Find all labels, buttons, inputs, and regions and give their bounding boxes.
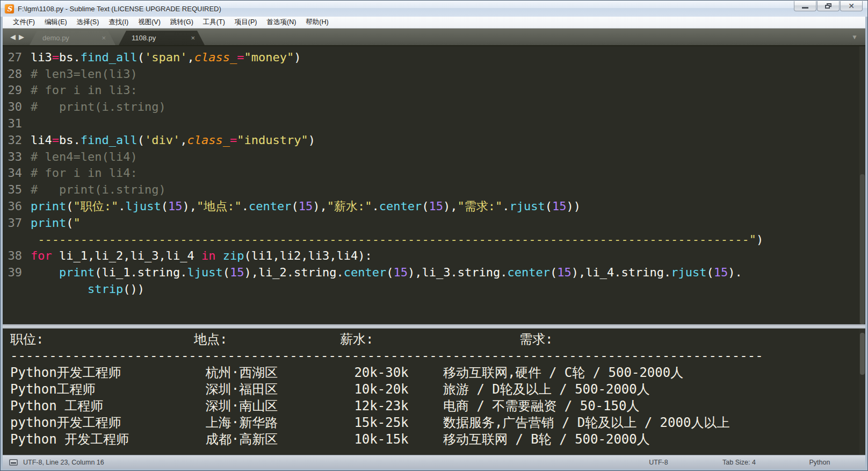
code-line: 34# for i in li4: <box>3 165 865 182</box>
output-cell-4: 数据服务,广告营销 / D轮及以上 / 2000人以上 <box>443 415 729 431</box>
output-header-4: 需求: <box>519 331 553 348</box>
menu-item-4[interactable]: 视图(V) <box>133 17 165 28</box>
code-text: ----------------------------------------… <box>31 233 763 246</box>
code-line: strip()) <box>3 281 865 297</box>
output-cell-2: 杭州·西湖区 <box>175 365 309 381</box>
line-number: 29 <box>3 83 31 97</box>
output-cell-1: Python 开发工程师 <box>10 431 129 448</box>
output-cell-2: 深圳·福田区 <box>175 381 309 398</box>
code-text: # len4=len(li4) <box>31 150 138 163</box>
output-cell-4: 旅游 / D轮及以上 / 500-2000人 <box>443 381 650 398</box>
editor-scrollbar[interactable] <box>859 46 865 324</box>
menu-item-1[interactable]: 编辑(E) <box>40 17 72 28</box>
code-line: 27li3=bs.find_all('span',class_="money") <box>3 49 865 66</box>
menu-item-7[interactable]: 项目(P) <box>230 17 262 28</box>
tab-1108.py[interactable]: 1108.py× <box>119 31 205 45</box>
menu-item-6[interactable]: 工具(T) <box>198 17 230 28</box>
panel-divider[interactable] <box>3 324 865 329</box>
output-separator-row: ----------------------------------------… <box>3 348 865 365</box>
line-number: 31 <box>3 117 31 130</box>
line-number: 33 <box>3 150 31 163</box>
output-cell-3: 10k-20k <box>321 381 442 398</box>
output-scrollbar[interactable] <box>859 329 865 455</box>
output-header-1: 职位: <box>10 331 44 348</box>
tab-label: demo.py <box>42 34 69 42</box>
output-cell-4: 移动互联网 / B轮 / 500-2000人 <box>443 431 650 448</box>
code-line: 31 <box>3 115 865 132</box>
code-text: # for i in li4: <box>31 166 138 180</box>
tab-bar: ◀ ▶ demo.py×1108.py× ▼ <box>3 28 865 46</box>
close-button[interactable]: ✕ <box>840 1 863 11</box>
line-number: 32 <box>3 133 31 147</box>
output-cell-4: 移动互联网,硬件 / C轮 / 500-2000人 <box>443 365 683 381</box>
window-controls: ✕ <box>793 1 863 11</box>
code-line: 30# print(i.string) <box>3 98 865 115</box>
tab-close-icon[interactable]: × <box>102 34 106 42</box>
menu-item-9[interactable]: 帮助(H) <box>301 17 333 28</box>
sublime-text-window: S F:\lgm\1108.py - Sublime Text (LICENSE… <box>0 0 868 471</box>
line-number: 27 <box>3 51 31 64</box>
output-row: Python开发工程师杭州·西湖区20k-30k移动互联网,硬件 / C轮 / … <box>3 365 865 381</box>
menu-item-8[interactable]: 首选项(N) <box>262 17 301 28</box>
tab-scroll-right-icon[interactable]: ▶ <box>19 33 24 40</box>
menu-item-0[interactable]: 文件(F) <box>8 17 40 28</box>
code-line: 28# len3=len(li3) <box>3 66 865 82</box>
output-header-row: 职位:地点:薪水:需求: <box>3 331 865 348</box>
output-cell-2: 上海·新华路 <box>175 415 309 431</box>
tabs-container: demo.py×1108.py× <box>30 28 208 45</box>
output-header-2: 地点: <box>194 331 227 348</box>
status-item-tab-size-4[interactable]: Tab Size: 4 <box>699 459 779 466</box>
tab-close-icon[interactable]: × <box>191 34 195 42</box>
status-position: UTF-8, Line 23, Column 16 <box>23 459 104 466</box>
code-line: 37print(" <box>3 215 865 231</box>
output-row: Python 开发工程师成都·高新区10k-15k移动互联网 / B轮 / 50… <box>3 431 865 448</box>
status-item-utf-8[interactable]: UTF-8 <box>618 459 699 466</box>
editor-scrollbar-thumb[interactable] <box>860 174 865 324</box>
tab-scroll-left-icon[interactable]: ◀ <box>10 33 16 40</box>
output-cell-3: 10k-15k <box>321 431 442 448</box>
title-bar[interactable]: S F:\lgm\1108.py - Sublime Text (LICENSE… <box>1 1 867 17</box>
output-cell-1: Python开发工程师 <box>10 365 121 381</box>
code-lines: 27li3=bs.find_all('span',class_="money")… <box>3 46 865 297</box>
menu-item-3[interactable]: 查找(I) <box>104 17 133 28</box>
restore-button[interactable] <box>817 1 840 11</box>
output-separator: ----------------------------------------… <box>10 348 763 365</box>
output-cell-1: Python工程师 <box>10 381 96 398</box>
code-text: for li_1,li_2,li_3,li_4 in zip(li1,li2,l… <box>31 249 372 262</box>
code-text: # print(i.string) <box>31 100 166 113</box>
output-cell-1: python开发工程师 <box>10 415 121 431</box>
code-text: print(li_1.string.ljust(15),li_2.string.… <box>31 266 742 279</box>
code-line: 29# for i in li3: <box>3 82 865 99</box>
console-toggle-icon[interactable] <box>9 459 18 466</box>
window-title: F:\lgm\1108.py - Sublime Text (LICENSE U… <box>18 5 221 13</box>
restore-icon <box>825 3 831 9</box>
output-scrollbar-thumb[interactable] <box>860 333 865 375</box>
tab-demo.py[interactable]: demo.py× <box>30 31 115 45</box>
status-bar: UTF-8, Line 23, Column 16 UTF-8Tab Size:… <box>3 455 865 469</box>
menu-item-2[interactable]: 选择(S) <box>72 17 104 28</box>
minimize-button[interactable] <box>794 1 816 11</box>
status-item-python[interactable]: Python <box>779 459 860 466</box>
output-cell-2: 深圳·南山区 <box>175 398 309 415</box>
line-number: 35 <box>3 183 31 196</box>
code-text: # for i in li3: <box>31 83 138 97</box>
line-number: 28 <box>3 67 31 81</box>
code-text: # print(i.string) <box>31 183 166 196</box>
line-number: 34 <box>3 166 31 180</box>
output-cell-3: 20k-30k <box>321 365 442 381</box>
output-cell-3: 12k-23k <box>321 398 442 415</box>
code-line: 39 print(li_1.string.ljust(15),li_2.stri… <box>3 264 865 281</box>
code-text: print("职位:".ljust(15),"地点:".center(15),"… <box>31 198 581 215</box>
menu-bar: 文件(F)编辑(E)选择(S)查找(I)视图(V)跳转(G)工具(T)项目(P)… <box>3 17 865 28</box>
editor[interactable]: 27li3=bs.find_all('span',class_="money")… <box>3 46 865 324</box>
window-frame-bottom <box>1 469 867 470</box>
code-line: ----------------------------------------… <box>3 231 865 248</box>
code-text: li4=bs.find_all('div',class_="industry") <box>31 133 315 147</box>
output-panel[interactable]: 职位:地点:薪水:需求:----------------------------… <box>3 329 865 455</box>
code-line: 32li4=bs.find_all('div',class_="industry… <box>3 132 865 148</box>
tab-overflow-icon[interactable]: ▼ <box>851 33 858 41</box>
tab-scroll-nav: ◀ ▶ <box>3 28 30 45</box>
output-cell-1: Python 工程师 <box>10 398 103 415</box>
code-text: li3=bs.find_all('span',class_="money") <box>31 51 301 64</box>
menu-item-5[interactable]: 跳转(G) <box>165 17 198 28</box>
